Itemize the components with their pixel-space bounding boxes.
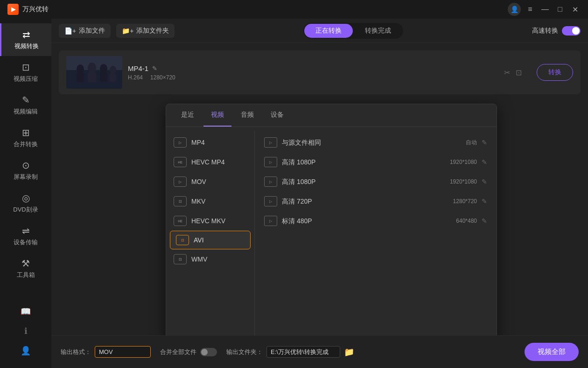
output-path-select[interactable]: E:\万兴优转\转换完成 [266, 346, 340, 358]
add-folder-icon: 📁+ [122, 27, 133, 35]
maximize-button[interactable]: □ [554, 4, 566, 15]
sidebar-bottom: 📖 ℹ 👤 [0, 302, 51, 368]
file-name: MP4-1 [128, 64, 148, 72]
output-format-label: 输出格式： [61, 348, 91, 356]
quality-item-720p[interactable]: ▷ 高清 720P 1280*720 ✎ [259, 191, 493, 211]
quality-720p-icon: ▷ [264, 196, 277, 206]
menu-icon[interactable]: ≡ [525, 4, 536, 15]
sidebar-item-merge-convert[interactable]: ⊞ 合并转换 [0, 121, 51, 154]
file-edit-icon[interactable]: ✎ [152, 65, 157, 72]
format-item-hevc-mp4[interactable]: HE HEVC MP4 [166, 152, 254, 172]
sidebar-item-video-compress[interactable]: ⊡ 视频压缩 [0, 56, 51, 89]
device-transfer-icon: ⇌ [22, 225, 30, 236]
quality-list: ▷ 与源文件相同 自动 ✎ ▷ 高清 1080P 1 [255, 131, 497, 335]
video-compress-icon: ⊡ [22, 62, 30, 73]
sidebar-info-icon[interactable]: ℹ [0, 321, 51, 341]
copy-icon[interactable]: ⊡ [516, 68, 522, 77]
sidebar-item-device-transfer[interactable]: ⇌ 设备传输 [0, 219, 51, 252]
file-resolution: 1280×720 [150, 74, 175, 81]
sidebar-book-icon[interactable]: 📖 [0, 302, 51, 321]
dvd-burn-icon: ◎ [22, 192, 30, 204]
format-body: ▷ MP4 HE HEVC MP4 ▷ MOV ⊡ [166, 131, 497, 335]
wmv-icon: ⊡ [174, 254, 187, 264]
convert-tab-group: 正在转换 转换完成 [303, 23, 403, 39]
tab-converting[interactable]: 正在转换 [304, 24, 353, 38]
tab-device[interactable]: 设备 [263, 104, 291, 127]
quality-item-1080p-1[interactable]: ▷ 高清 1080P 1920*1080 ✎ [259, 152, 493, 172]
add-folder-button[interactable]: 📁+ 添加文件夹 [116, 24, 175, 38]
format-item-mkv[interactable]: ⊡ MKV [166, 191, 254, 211]
hevc-mkv-icon: HE [174, 216, 187, 226]
quality-item-same-source[interactable]: ▷ 与源文件相同 自动 ✎ [259, 133, 493, 152]
merge-toggle[interactable] [200, 348, 217, 356]
output-path-label: 输出文件夹： [226, 348, 263, 356]
tab-video[interactable]: 视频 [203, 104, 231, 127]
tab-recent[interactable]: 是近 [174, 104, 202, 127]
toolbox-icon: ⚒ [21, 258, 30, 269]
svg-point-2 [77, 64, 84, 74]
quality-item-1080p-2[interactable]: ▷ 高清 1080P 1920*1080 ✎ [259, 172, 493, 191]
tab-done[interactable]: 转换完成 [354, 24, 402, 38]
high-speed-toggle-area: 高速转换 [532, 26, 581, 35]
sidebar-item-toolbox[interactable]: ⚒ 工具箱 [0, 252, 51, 285]
mp4-icon: ▷ [174, 137, 187, 148]
merge-convert-icon: ⊞ [22, 127, 30, 138]
merge-row: 合并全部文件 [160, 348, 217, 356]
format-item-mp4[interactable]: ▷ MP4 [166, 133, 254, 152]
high-speed-toggle[interactable] [562, 26, 581, 35]
quality-same-source-edit-icon[interactable]: ✎ [482, 139, 487, 146]
quality-480p-edit-icon[interactable]: ✎ [482, 217, 487, 225]
format-item-hevc-mkv[interactable]: HE HEVC MKV [166, 211, 254, 231]
quality-1080p-1-edit-icon[interactable]: ✎ [482, 158, 487, 166]
merge-label: 合并全部文件 [160, 348, 196, 356]
format-item-mov[interactable]: ▷ MOV [166, 172, 254, 191]
format-item-avi[interactable]: ⊡ AVI [170, 231, 251, 249]
quality-480p-icon: ▷ [264, 216, 277, 226]
format-item-wmv[interactable]: ⊡ WMV [166, 249, 254, 269]
tab-audio[interactable]: 音频 [233, 104, 261, 127]
quality-1080p-2-edit-icon[interactable]: ✎ [482, 178, 487, 185]
sidebar-item-dvd-burn[interactable]: ◎ DVD刻录 [0, 187, 51, 219]
output-format-select[interactable]: MOV [95, 346, 151, 358]
minimize-button[interactable]: — [539, 4, 551, 15]
format-tabs: 是近 视频 音频 设备 [166, 104, 497, 127]
file-actions: ✂ ⊡ [504, 68, 522, 77]
sidebar-user-icon[interactable]: 👤 [0, 341, 51, 361]
thumbnail-image [66, 56, 122, 89]
quality-1080p-1-icon: ▷ [264, 157, 277, 167]
content-area: 📄+ 添加文件 📁+ 添加文件夹 正在转换 转换完成 高速转换 [51, 19, 588, 368]
close-button[interactable]: ✕ [569, 4, 581, 15]
convert-all-button[interactable]: 视频全部 [525, 343, 579, 361]
hevc-mp4-icon: HE [174, 157, 187, 167]
add-file-button[interactable]: 📄+ 添加文件 [59, 24, 111, 38]
quality-1080p-1-info: 高清 1080P [282, 158, 445, 167]
svg-rect-5 [88, 72, 96, 82]
browse-folder-icon[interactable]: 📁 [344, 347, 354, 357]
user-icon[interactable]: 👤 [508, 3, 521, 16]
cut-icon[interactable]: ✂ [504, 68, 510, 77]
avi-icon: ⊡ [176, 235, 189, 245]
svg-rect-9 [110, 73, 116, 82]
sidebar-item-video-edit[interactable]: ✎ 视频编辑 [0, 89, 51, 121]
quality-720p-info: 高清 720P [282, 197, 448, 206]
app-logo: ▶ [7, 4, 19, 15]
quality-same-source-icon: ▷ [264, 137, 277, 148]
file-info: MP4-1 ✎ H.264 1280×720 [128, 64, 498, 81]
file-thumbnail [66, 56, 122, 89]
format-dropdown: 是近 视频 音频 设备 ▷ MP4 HE HEV [166, 104, 497, 335]
convert-button[interactable]: 转换 [537, 64, 573, 81]
quality-720p-edit-icon[interactable]: ✎ [482, 198, 487, 205]
quality-1080p-2-info: 高清 1080P [282, 177, 445, 186]
mkv-icon: ⊡ [174, 196, 187, 206]
quality-same-source-info: 与源文件相同 [282, 138, 461, 147]
sidebar-item-screen-record[interactable]: ⊙ 屏幕录制 [0, 154, 51, 187]
svg-rect-3 [77, 73, 84, 82]
output-format-row: 输出格式： MOV [61, 346, 151, 358]
file-name-row: MP4-1 ✎ [128, 64, 498, 72]
svg-point-4 [88, 63, 96, 73]
app-title: 万兴优转 [22, 5, 49, 14]
file-codec: H.264 [128, 74, 143, 81]
sidebar-item-video-convert[interactable]: ⇄ 视频转换 [0, 23, 51, 56]
quality-1080p-2-icon: ▷ [264, 177, 277, 187]
quality-item-480p[interactable]: ▷ 标清 480P 640*480 ✎ [259, 211, 493, 231]
